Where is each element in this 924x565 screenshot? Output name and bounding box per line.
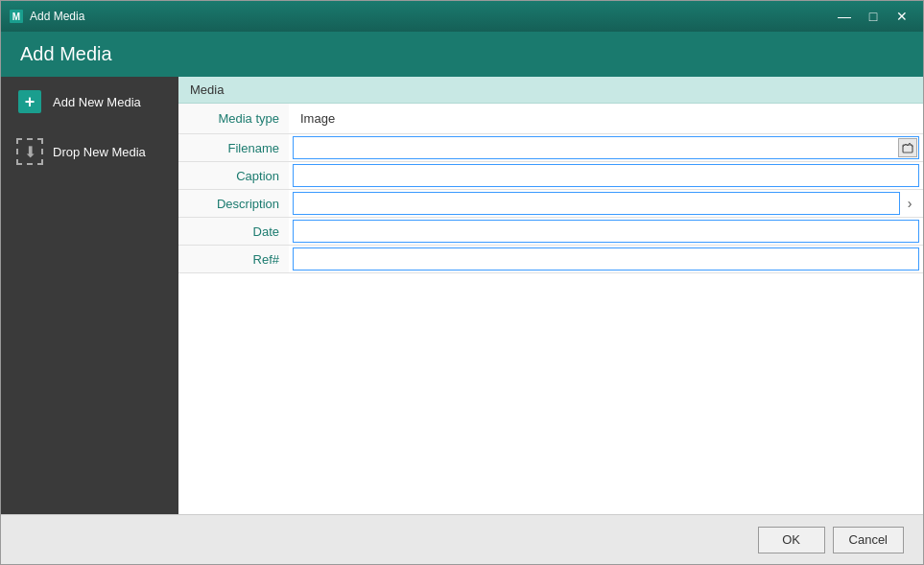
caption-label: Caption (178, 162, 289, 190)
sidebar-item-add-new-media[interactable]: + Add New Media (1, 77, 178, 127)
caption-input[interactable] (293, 164, 919, 187)
filename-cell (289, 134, 923, 162)
ok-button[interactable]: OK (758, 527, 825, 553)
caption-cell (289, 162, 923, 190)
add-new-media-label: Add New Media (53, 95, 141, 109)
media-type-row: Media type Image (178, 104, 923, 134)
close-button[interactable]: ✕ (888, 6, 915, 27)
main-window: M Add Media — □ ✕ Add Media + Add New Me… (0, 0, 924, 565)
browse-button[interactable] (898, 138, 917, 157)
date-label: Date (178, 218, 289, 246)
title-bar: M Add Media — □ ✕ (1, 1, 923, 32)
expand-icon[interactable]: › (900, 194, 919, 213)
drop-new-media-label: Drop New Media (53, 145, 146, 159)
svg-text:M: M (12, 12, 20, 22)
caption-row: Caption (178, 162, 923, 190)
footer: OK Cancel (1, 514, 923, 564)
description-cell: › (289, 190, 923, 218)
window-title: Add Media (30, 10, 831, 23)
window-controls: — □ ✕ (831, 6, 915, 27)
ref-input[interactable] (293, 247, 919, 271)
description-input[interactable] (293, 192, 900, 215)
main-panel: Media Media type Image Filename (178, 77, 923, 514)
browse-icon (902, 142, 913, 153)
date-row: Date (178, 218, 923, 246)
maximize-button[interactable]: □ (860, 6, 887, 27)
filename-input[interactable] (293, 136, 919, 159)
content-area: + Add New Media ⬇ Drop New Media Media M… (1, 77, 923, 514)
app-icon: M (9, 9, 24, 24)
media-type-static: Image (293, 106, 919, 131)
ref-label: Ref# (178, 246, 289, 273)
minimize-button[interactable]: — (831, 6, 858, 27)
description-label: Description (178, 190, 289, 218)
media-type-label: Media type (178, 104, 289, 134)
main-heading: Add Media (1, 32, 923, 77)
description-row: Description › (178, 190, 923, 218)
date-input[interactable] (293, 220, 919, 243)
ref-cell (289, 246, 923, 273)
form-table: Media type Image Filename (178, 104, 923, 273)
filename-row: Filename (178, 134, 923, 162)
ref-row: Ref# (178, 246, 923, 273)
drop-icon: ⬇ (16, 138, 43, 165)
svg-rect-2 (902, 142, 913, 153)
filename-label: Filename (178, 134, 289, 162)
cancel-button[interactable]: Cancel (833, 527, 904, 553)
media-type-value: Image (289, 104, 923, 134)
date-cell (289, 218, 923, 246)
sidebar: + Add New Media ⬇ Drop New Media (1, 77, 178, 514)
plus-icon: + (16, 88, 43, 115)
sidebar-item-drop-new-media[interactable]: ⬇ Drop New Media (1, 127, 178, 177)
panel-header: Media (178, 77, 923, 104)
